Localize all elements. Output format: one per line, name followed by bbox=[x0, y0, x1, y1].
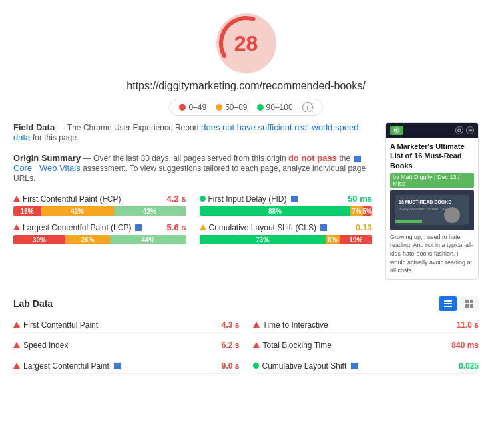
metric-flag bbox=[291, 196, 298, 202]
legend: 0–49 50–89 90–100 i bbox=[169, 99, 322, 116]
lab-metric-label: Time to Interactive bbox=[263, 320, 328, 330]
metric-value: 0.13 bbox=[356, 222, 372, 232]
warning-icon bbox=[13, 363, 20, 369]
metric-card-lcp: Largest Contentful Paint (LCP) 5.6 s 30%… bbox=[13, 222, 186, 244]
lab-metric-value: 9.0 s bbox=[222, 361, 240, 371]
pass-icon bbox=[253, 363, 259, 369]
svg-point-4 bbox=[457, 128, 460, 131]
metric-header: Largest Contentful Paint (LCP) 5.6 s bbox=[13, 222, 186, 232]
legend-label-red: 0–49 bbox=[188, 103, 206, 112]
bar-segment: 42% bbox=[114, 206, 186, 216]
preview-image: 16 MUST-READ BOOKS Every Marketer Should… bbox=[390, 190, 474, 230]
lab-metric-value: 6.2 s bbox=[222, 341, 240, 350]
preview-card: D A Marketer's Ultimate List of 16 Must-… bbox=[385, 122, 479, 280]
legend-dot-orange bbox=[216, 104, 222, 111]
bar-segment: 73% bbox=[200, 235, 326, 244]
lab-metrics-grid: First Contentful Paint 4.3 s Time to Int… bbox=[13, 318, 479, 374]
legend-item-orange: 50–89 bbox=[216, 103, 247, 112]
svg-text:D: D bbox=[394, 128, 397, 133]
svg-text:Every Marketer Should Own: Every Marketer Should Own bbox=[399, 207, 449, 211]
score-value: 28 bbox=[234, 31, 258, 56]
metric-name: First Input Delay (FID) bbox=[208, 194, 287, 204]
lab-metric-label: Largest Contentful Paint bbox=[23, 361, 109, 371]
metric-flag bbox=[135, 224, 142, 231]
svg-rect-21 bbox=[470, 304, 473, 308]
metric-label: First Contentful Paint (FCP) bbox=[13, 194, 121, 204]
metric-label: Largest Contentful Paint (LCP) bbox=[13, 223, 143, 232]
lab-metric-flag bbox=[114, 363, 121, 369]
svg-rect-14 bbox=[395, 220, 422, 223]
svg-rect-18 bbox=[465, 300, 469, 303]
bar-segment: 7% bbox=[350, 206, 362, 216]
preview-search-icon[interactable] bbox=[455, 126, 463, 134]
metric-header: Cumulative Layout Shift (CLS) 0.13 bbox=[200, 222, 373, 232]
metric-value: 5.6 s bbox=[167, 222, 186, 232]
preview-icons bbox=[455, 126, 474, 134]
lab-metric-left: Speed Index bbox=[13, 341, 68, 350]
lab-metric-row: First Contentful Paint 4.3 s bbox=[13, 318, 240, 333]
svg-rect-19 bbox=[470, 300, 473, 303]
preview-menu-icon[interactable] bbox=[466, 126, 474, 134]
svg-rect-20 bbox=[465, 304, 469, 308]
core-web-vitals-flag bbox=[354, 156, 361, 162]
page-url: https://diggitymarketing.com/recommended… bbox=[126, 80, 365, 92]
lab-header: Lab Data bbox=[13, 296, 479, 311]
toggle-list-button[interactable] bbox=[439, 296, 457, 311]
legend-dot-red bbox=[179, 104, 186, 111]
legend-label-orange: 50–89 bbox=[225, 103, 247, 112]
metric-bar: 30%26%44% bbox=[13, 235, 186, 244]
lab-toggle bbox=[439, 296, 479, 311]
warning-icon bbox=[13, 196, 20, 202]
lab-data-title: Lab Data bbox=[13, 298, 53, 309]
book-image: 16 MUST-READ BOOKS Every Marketer Should… bbox=[392, 192, 472, 228]
metric-card-cls: Cumulative Layout Shift (CLS) 0.13 73%8%… bbox=[200, 222, 373, 244]
bar-segment: 16% bbox=[13, 206, 41, 216]
metric-label: Cumulative Layout Shift (CLS) bbox=[200, 223, 328, 232]
metric-bar: 88%7%5% bbox=[200, 206, 373, 216]
metric-value: 50 ms bbox=[348, 194, 372, 204]
preview-body: A Marketer's Ultimate List of 16 Must-Re… bbox=[386, 138, 478, 279]
score-circle-bg: 28 bbox=[216, 13, 276, 73]
svg-line-5 bbox=[460, 131, 461, 132]
lab-metric-row: Time to Interactive 11.0 s bbox=[253, 318, 479, 333]
bar-segment: 42% bbox=[41, 206, 114, 216]
warning-icon bbox=[13, 224, 20, 230]
lab-metric-flag bbox=[351, 363, 358, 369]
field-data-desc2: for this page. bbox=[33, 133, 79, 142]
field-data-title: Field Data bbox=[13, 122, 55, 132]
lab-metric-label: Speed Index bbox=[23, 341, 68, 350]
lab-metric-label: Total Blocking Time bbox=[263, 341, 332, 350]
toggle-grid-button[interactable] bbox=[460, 296, 479, 311]
metric-card-fcp: First Contentful Paint (FCP) 4.2 s 16%42… bbox=[13, 194, 186, 216]
bar-segment: 5% bbox=[363, 206, 372, 216]
lab-metric-label: First Contentful Paint bbox=[23, 320, 98, 330]
lab-metric-left: Time to Interactive bbox=[253, 320, 328, 330]
lab-metric-label: Cumulative Layout Shift bbox=[262, 361, 347, 371]
core-link[interactable]: Core bbox=[13, 163, 32, 173]
field-data-desc: — The Chrome User Experience Report bbox=[57, 123, 202, 132]
metric-bar: 16%42%42% bbox=[13, 206, 186, 216]
lab-metric-value: 0.025 bbox=[459, 361, 479, 371]
lab-metric-value: 840 ms bbox=[451, 341, 479, 350]
warning-icon bbox=[13, 322, 20, 328]
preview-header: D bbox=[386, 123, 478, 138]
lab-metric-left: First Contentful Paint bbox=[13, 320, 98, 330]
list-icon bbox=[443, 299, 453, 308]
metric-name: Cumulative Layout Shift (CLS) bbox=[209, 223, 316, 232]
origin-summary-desc: — Over the last 30 days, all pages serve… bbox=[83, 154, 288, 163]
metric-flag bbox=[320, 224, 327, 231]
bar-segment: 44% bbox=[110, 235, 186, 244]
legend-item-green: 90–100 bbox=[257, 103, 293, 112]
lab-metric-row: Speed Index 6.2 s bbox=[13, 338, 240, 353]
bar-segment: 26% bbox=[65, 235, 110, 244]
web-vitals-link[interactable]: Web Vitals bbox=[39, 163, 81, 173]
logo-icon: D bbox=[393, 126, 401, 134]
pass-icon bbox=[200, 196, 206, 202]
top-section: 28 https://diggitymarketing.com/recommen… bbox=[0, 0, 492, 122]
svg-rect-17 bbox=[444, 306, 452, 307]
info-icon[interactable]: i bbox=[302, 102, 313, 112]
origin-summary-title: Origin Summary bbox=[13, 153, 81, 163]
lab-metric-left: Total Blocking Time bbox=[253, 341, 332, 350]
metric-card-fid: First Input Delay (FID) 50 ms 88%7%5% bbox=[200, 194, 373, 216]
warning-icon bbox=[13, 342, 20, 348]
